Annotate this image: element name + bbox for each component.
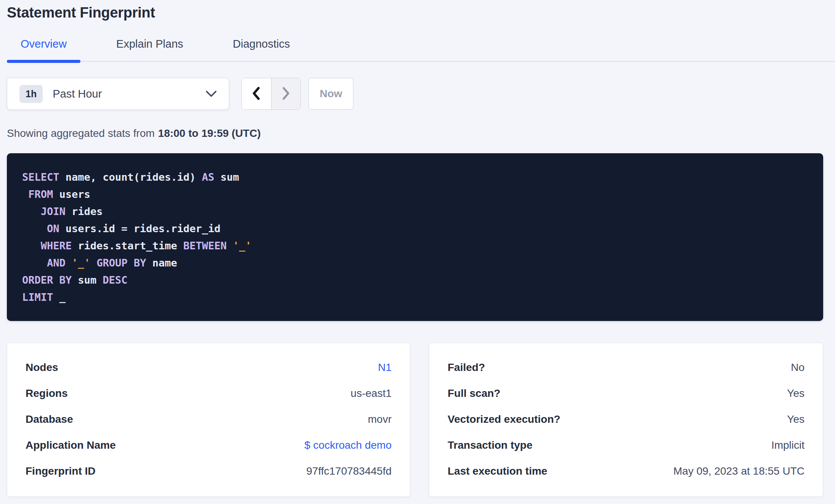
detail-row-fingerprint-id: Fingerprint ID97ffc170783445fd: [26, 458, 392, 484]
detail-value: 97ffc170783445fd: [306, 465, 392, 477]
detail-row-nodes: NodesN1: [26, 355, 392, 380]
tab-overview[interactable]: Overview: [7, 38, 80, 61]
detail-label: Fingerprint ID: [26, 465, 96, 477]
sql-token-id: _: [53, 291, 66, 303]
detail-row-application-name: Application Name$ cockroach demo: [26, 432, 392, 458]
time-controls-row: 1h Past Hour Now: [7, 78, 823, 110]
sql-token-id: [22, 240, 41, 252]
next-range-button[interactable]: [271, 78, 301, 109]
tab-diagnostics[interactable]: Diagnostics: [219, 38, 304, 61]
detail-label: Database: [26, 413, 73, 425]
tab-bar: OverviewExplain PlansDiagnostics: [7, 38, 835, 62]
detail-value: No: [791, 361, 804, 374]
prev-range-button[interactable]: [242, 78, 271, 109]
sql-token-kw: JOIN: [41, 205, 66, 217]
now-button[interactable]: Now: [308, 78, 353, 110]
sql-token-id: name, count(rides.id): [59, 171, 202, 183]
detail-row-last-execution-time: Last execution timeMay 09, 2023 at 18:55…: [448, 458, 804, 484]
sql-line: WHERE rides.start_time BETWEEN '_': [22, 237, 808, 254]
detail-row-failed: Failed?No: [448, 355, 804, 380]
sql-line: ON users.id = rides.rider_id: [22, 220, 808, 237]
sql-token-kw: GROUP BY: [96, 257, 146, 269]
sql-token-id: [22, 188, 28, 200]
sql-token-id: sum: [214, 171, 239, 183]
sql-line: JOIN rides: [22, 203, 808, 220]
detail-value: Implicit: [771, 439, 804, 451]
tab-explain-plans[interactable]: Explain Plans: [103, 38, 197, 61]
detail-label: Transaction type: [448, 439, 533, 451]
time-range-select[interactable]: 1h Past Hour: [7, 78, 229, 110]
detail-value: May 09, 2023 at 18:55 UTC: [673, 465, 804, 477]
sql-token-kw: AS: [202, 171, 214, 183]
caption-time-range: 18:00 to 19:59 (UTC): [158, 127, 261, 139]
sql-token-kw: DESC: [103, 274, 127, 286]
detail-row-transaction-type: Transaction typeImplicit: [448, 432, 804, 458]
detail-row-full-scan: Full scan?Yes: [448, 380, 804, 406]
detail-label: Last execution time: [448, 465, 547, 477]
chevron-down-icon: [205, 90, 217, 98]
sql-line: FROM users: [22, 186, 808, 203]
sql-token-kw: BETWEEN: [183, 240, 227, 252]
sql-token-kw: ORDER BY: [22, 274, 72, 286]
sql-token-str: '_': [233, 240, 252, 252]
sql-token-id: [66, 257, 72, 269]
sql-token-id: sum: [72, 274, 103, 286]
detail-label: Regions: [26, 387, 67, 400]
sql-line: ORDER BY sum DESC: [22, 271, 808, 289]
sql-token-id: users.id = rides.rider_id: [59, 223, 221, 234]
detail-cards: NodesN1Regionsus-east1DatabasemovrApplic…: [7, 343, 823, 497]
sql-token-kw: SELECT: [22, 171, 59, 183]
sql-token-id: name: [146, 257, 177, 269]
detail-value: us-east1: [351, 387, 392, 400]
sql-token-id: rides.start_time: [72, 240, 183, 252]
detail-row-regions: Regionsus-east1: [26, 380, 392, 406]
detail-value-link[interactable]: N1: [378, 361, 392, 374]
detail-label: Nodes: [26, 361, 58, 374]
sql-token-kw: LIMIT: [22, 291, 53, 303]
detail-value: movr: [368, 413, 392, 425]
sql-token-kw: ON: [47, 223, 59, 234]
page-title: Statement Fingerprint: [7, 5, 823, 21]
time-range-badge: 1h: [19, 85, 43, 103]
sql-token-id: rides: [66, 205, 103, 217]
statement-details-card-left: NodesN1Regionsus-east1DatabasemovrApplic…: [7, 343, 410, 497]
sql-line: LIMIT _: [22, 289, 808, 306]
detail-value: Yes: [787, 387, 804, 400]
sql-token-id: [22, 257, 47, 269]
sql-line: SELECT name, count(rides.id) AS sum: [22, 169, 808, 186]
aggregated-stats-caption: Showing aggregated stats from18:00 to 19…: [7, 127, 823, 140]
detail-value-link[interactable]: $ cockroach demo: [304, 439, 392, 451]
chevron-left-icon: [251, 86, 262, 102]
detail-label: Application Name: [26, 439, 116, 451]
sql-token-str: '_': [72, 257, 90, 269]
detail-label: Vectorized execution?: [448, 413, 560, 425]
time-range-label: Past Hour: [53, 88, 102, 100]
sql-statement-box: SELECT name, count(rides.id) AS sum FROM…: [7, 153, 823, 321]
sql-token-id: [90, 257, 96, 269]
caption-prefix: Showing aggregated stats from: [7, 127, 155, 139]
detail-label: Full scan?: [448, 387, 500, 400]
sql-token-id: [22, 223, 47, 234]
sql-token-id: [226, 240, 233, 252]
detail-row-database: Databasemovr: [26, 406, 392, 432]
sql-token-id: [22, 205, 41, 217]
statement-details-card-right: Failed?NoFull scan?YesVectorized executi…: [429, 343, 823, 497]
time-range-pager: [241, 78, 301, 110]
statement-fingerprint-page: Statement Fingerprint OverviewExplain Pl…: [0, 5, 835, 497]
sql-token-kw: AND: [47, 257, 66, 269]
sql-line: AND '_' GROUP BY name: [22, 254, 808, 271]
sql-token-id: users: [53, 188, 90, 200]
sql-token-kw: FROM: [28, 188, 53, 200]
detail-label: Failed?: [448, 361, 485, 374]
detail-value: Yes: [787, 413, 804, 425]
sql-token-kw: WHERE: [41, 240, 72, 252]
chevron-right-icon: [281, 86, 291, 102]
detail-row-vectorized-execution: Vectorized execution?Yes: [448, 406, 804, 432]
